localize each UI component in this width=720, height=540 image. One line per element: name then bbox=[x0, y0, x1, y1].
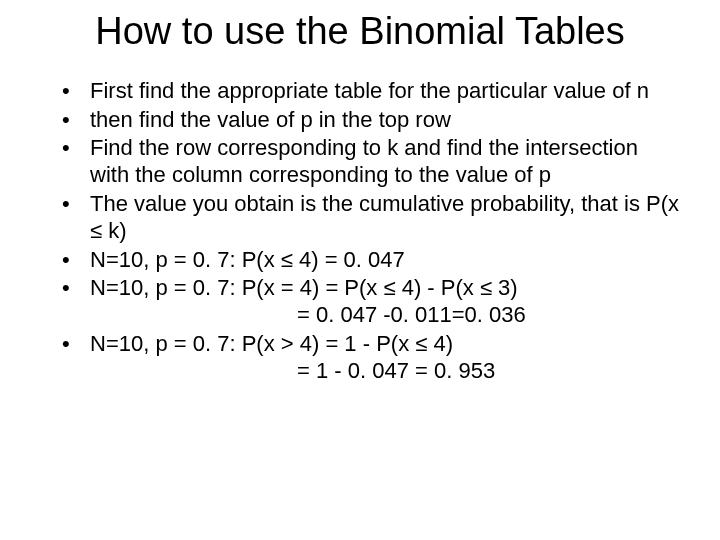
list-item-continuation: = 1 - 0. 047 = 0. 953 bbox=[90, 358, 680, 385]
list-item: First find the appropriate table for the… bbox=[62, 78, 680, 105]
list-item: N=10, p = 0. 7: P(x = 4) = P(x ≤ 4) - P(… bbox=[62, 275, 680, 329]
slide-title: How to use the Binomial Tables bbox=[40, 10, 680, 54]
list-item-continuation: = 0. 047 -0. 011=0. 036 bbox=[90, 302, 680, 329]
slide: How to use the Binomial Tables First fin… bbox=[0, 0, 720, 540]
list-item: then find the value of p in the top row bbox=[62, 107, 680, 134]
list-item: The value you obtain is the cumulative p… bbox=[62, 191, 680, 245]
list-item: N=10, p = 0. 7: P(x > 4) = 1 - P(x ≤ 4) … bbox=[62, 331, 680, 385]
bullet-list: First find the appropriate table for the… bbox=[40, 78, 680, 385]
list-item-text: N=10, p = 0. 7: P(x > 4) = 1 - P(x ≤ 4) bbox=[90, 331, 453, 356]
list-item: Find the row corresponding to k and find… bbox=[62, 135, 680, 189]
list-item: N=10, p = 0. 7: P(x ≤ 4) = 0. 047 bbox=[62, 247, 680, 274]
list-item-text: N=10, p = 0. 7: P(x = 4) = P(x ≤ 4) - P(… bbox=[90, 275, 518, 300]
